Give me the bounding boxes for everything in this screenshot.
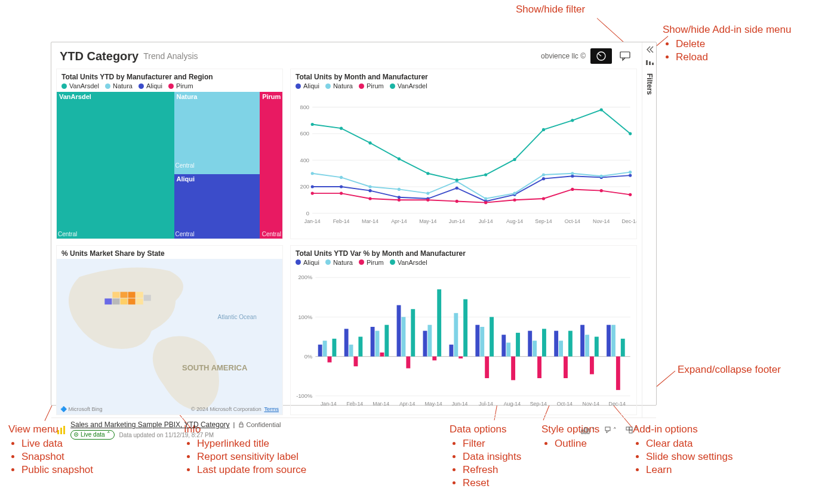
svg-rect-137	[554, 330, 558, 356]
tile-title: Total Units YTD Var % by Month and Manuf…	[291, 246, 636, 259]
style-options-button[interactable]: ˄	[604, 426, 617, 434]
svg-rect-92	[318, 344, 322, 356]
tile-title: Total Units YTD by Manufacturer and Regi…	[57, 69, 282, 82]
bars-icon	[581, 426, 590, 434]
svg-rect-93	[323, 341, 327, 356]
svg-rect-99	[354, 356, 358, 366]
svg-point-27	[398, 196, 401, 199]
svg-point-48	[311, 192, 314, 195]
svg-point-55	[513, 199, 516, 202]
svg-rect-156	[60, 428, 62, 434]
tile-title: % Units Market Share by State	[57, 246, 282, 259]
svg-text:Apr-14: Apr-14	[399, 401, 415, 407]
svg-rect-155	[57, 430, 59, 434]
powerbi-logo-icon	[56, 425, 67, 435]
svg-text:-100%: -100%	[296, 393, 312, 399]
svg-text:May-14: May-14	[424, 401, 442, 407]
tile-bar-chart[interactable]: Total Units YTD Var % by Month and Manuf…	[290, 245, 637, 416]
svg-rect-154	[652, 63, 654, 65]
svg-text:400: 400	[300, 157, 310, 163]
svg-rect-117	[449, 344, 453, 356]
collapse-footer-button[interactable]: ˅	[647, 426, 650, 434]
svg-rect-77	[112, 298, 119, 304]
live-indicator-icon	[73, 432, 79, 437]
expand-side-menu-icon[interactable]	[645, 46, 654, 55]
svg-rect-163	[587, 429, 589, 434]
svg-rect-81	[104, 298, 112, 304]
svg-text:Apr-14: Apr-14	[391, 218, 407, 224]
addin-icon	[625, 426, 633, 434]
svg-point-58	[600, 189, 603, 192]
svg-rect-73	[112, 292, 119, 298]
svg-rect-129	[511, 356, 515, 380]
svg-point-49	[340, 192, 343, 195]
svg-text:Jul-14: Jul-14	[479, 218, 493, 224]
svg-text:200: 200	[300, 184, 310, 190]
svg-text:Jun-14: Jun-14	[452, 401, 468, 407]
report-link[interactable]: Sales and Marketing Sample PBIX, YTD Cat…	[70, 420, 230, 429]
svg-rect-109	[406, 356, 410, 368]
svg-text:Sep-14: Sep-14	[535, 218, 552, 224]
svg-text:Mar-14: Mar-14	[373, 401, 389, 407]
svg-point-70	[600, 108, 603, 111]
svg-rect-80	[136, 298, 143, 304]
svg-rect-145	[595, 336, 599, 356]
svg-rect-158	[239, 424, 243, 427]
svg-rect-113	[427, 324, 432, 356]
svg-text:Jan-14: Jan-14	[321, 401, 337, 407]
svg-rect-118	[454, 313, 458, 356]
comment-button[interactable]	[617, 50, 633, 63]
chevron-up-icon: ˄	[635, 426, 638, 434]
svg-rect-162	[584, 428, 586, 434]
svg-point-42	[484, 197, 487, 200]
svg-point-68	[542, 128, 545, 131]
svg-point-44	[542, 173, 545, 176]
sensitivity-label: Confidential	[238, 421, 281, 428]
svg-rect-138	[559, 341, 563, 356]
annotation-side-menu: Show/hide Add-in side menu Delete Reload	[663, 24, 791, 64]
bing-attribution: 🔷 Microsoft Bing	[60, 406, 103, 412]
svg-point-38	[368, 185, 371, 188]
svg-point-51	[398, 199, 401, 202]
data-options-button[interactable]: ˄	[581, 426, 595, 434]
svg-rect-120	[463, 299, 467, 356]
chevron-up-icon: ˄	[592, 426, 595, 434]
tile-map[interactable]: % Units Market Share by State	[56, 245, 283, 416]
svg-rect-133	[533, 341, 537, 356]
logo-icon[interactable]	[590, 48, 612, 64]
svg-rect-135	[542, 329, 546, 356]
addin-options-button[interactable]: ˄	[625, 426, 638, 434]
svg-rect-132	[528, 330, 532, 356]
svg-text:Mar-14: Mar-14	[362, 218, 378, 224]
treemap-legend: VanArsdel Natura Aliqui Pirum	[57, 82, 282, 92]
svg-rect-100	[358, 336, 362, 356]
filters-pane-collapsed[interactable]: Filters	[642, 42, 656, 418]
page-title: YTD Category	[60, 50, 139, 63]
svg-point-54	[484, 201, 487, 204]
tile-treemap[interactable]: Total Units YTD by Manufacturer and Regi…	[56, 69, 283, 239]
line-legend: Aliqui Natura Pirum VanArsdel	[291, 82, 636, 92]
svg-point-40	[426, 192, 429, 195]
tile-line-chart[interactable]: Total Units by Month and Manufacturer Al…	[290, 69, 637, 239]
svg-rect-166	[629, 430, 632, 433]
map-terms-link[interactable]: Terms	[264, 406, 279, 412]
svg-point-62	[368, 141, 371, 144]
svg-rect-161	[581, 430, 583, 434]
svg-rect-104	[380, 353, 384, 357]
svg-point-29	[456, 187, 458, 190]
svg-point-63	[398, 157, 401, 160]
svg-point-45	[571, 172, 574, 175]
svg-text:200%: 200%	[298, 274, 312, 280]
filter-toggle-icon[interactable]	[645, 60, 654, 69]
svg-rect-167	[629, 427, 632, 430]
page-subtitle: Trend Analysis	[143, 51, 198, 61]
svg-rect-140	[568, 330, 573, 356]
svg-point-50	[368, 197, 371, 200]
svg-rect-112	[423, 330, 427, 356]
svg-point-36	[311, 172, 314, 175]
view-menu-button[interactable]: Live data ˄	[70, 430, 115, 440]
annotation-expand-footer: Expand/collapse footer	[678, 364, 781, 376]
svg-rect-147	[607, 324, 611, 356]
svg-text:Jul-14: Jul-14	[479, 401, 493, 407]
svg-rect-165	[626, 427, 629, 430]
